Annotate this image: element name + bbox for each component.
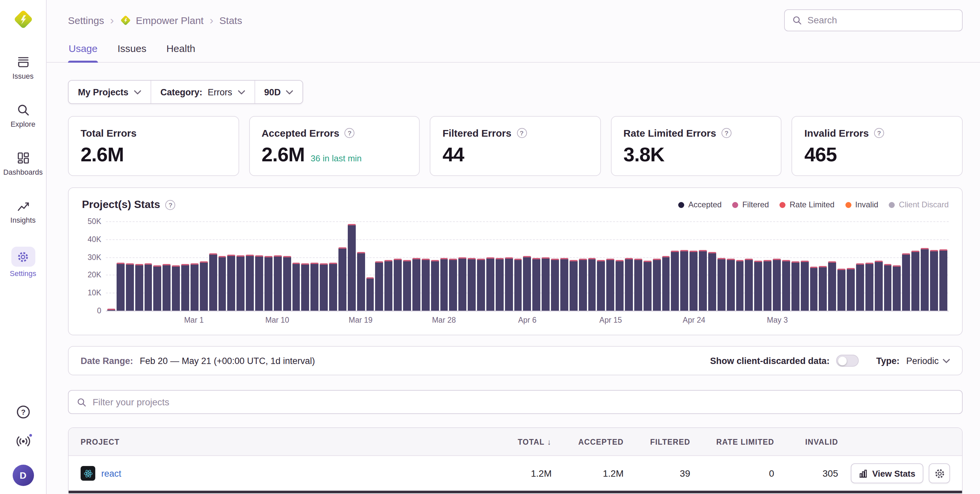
type-value: Periodic <box>906 356 939 366</box>
global-search[interactable] <box>784 9 963 31</box>
client-discard-toggle[interactable] <box>836 355 859 367</box>
chart-bar <box>782 260 790 311</box>
notification-dot <box>28 433 33 438</box>
org-logo[interactable] <box>12 8 34 31</box>
table-header-row: PROJECT TOTAL↓ ACCEPTED FILTERED RATE LI… <box>68 428 962 456</box>
help-info-icon[interactable]: ? <box>345 128 355 138</box>
chart-bar <box>754 261 762 311</box>
help-info-icon[interactable]: ? <box>722 128 732 138</box>
chart-bar <box>357 252 365 311</box>
chart-bar <box>385 260 393 311</box>
help-button[interactable]: ? <box>15 405 31 421</box>
chart-bar <box>301 263 309 311</box>
chart-bar <box>274 255 282 311</box>
grid-icon <box>16 151 30 165</box>
x-tick-label: Mar 10 <box>266 316 290 324</box>
chart-bars <box>107 222 947 311</box>
org-diamond-icon <box>12 9 33 30</box>
project-link[interactable]: react <box>101 469 121 478</box>
project-settings-button[interactable] <box>929 463 950 483</box>
user-avatar[interactable]: D <box>12 465 33 486</box>
chart-bar <box>829 262 837 311</box>
search-input[interactable] <box>807 15 955 25</box>
sidebar-bottom: ? D <box>12 405 33 489</box>
type-select[interactable]: Periodic <box>906 356 950 366</box>
x-tick-label: Apr 6 <box>518 316 537 324</box>
legend-item-rate-limited[interactable]: Rate Limited <box>780 200 834 209</box>
stat-card-value: 3.8K <box>624 143 665 166</box>
chart-bar <box>144 263 152 311</box>
help-info-icon[interactable]: ? <box>874 128 884 138</box>
chart-bar <box>181 265 189 311</box>
legend-item-accepted[interactable]: Accepted <box>678 200 722 209</box>
legend-label: Accepted <box>688 200 722 209</box>
chart-bar <box>856 263 864 311</box>
chart-bar <box>800 261 808 311</box>
gridline <box>106 311 949 311</box>
category-filter-button[interactable]: Category: Errors <box>151 81 255 104</box>
view-stats-button[interactable]: View Stats <box>851 463 923 483</box>
project-cell: react <box>81 466 482 481</box>
stat-card-title: Accepted Errors <box>261 127 339 139</box>
sidebar-item-settings[interactable]: Settings <box>0 247 46 277</box>
project-filter[interactable] <box>68 390 963 414</box>
chevron-down-icon <box>286 90 293 94</box>
y-tick-label: 50K <box>88 217 101 225</box>
whats-new-button[interactable] <box>15 434 31 450</box>
chart-y-axis: 50K40K30K20K10K0 <box>82 222 106 311</box>
search-icon <box>792 15 802 25</box>
projects-filter-button[interactable]: My Projects <box>68 81 151 104</box>
view-stats-label: View Stats <box>872 469 915 478</box>
chart-bar <box>930 250 938 311</box>
chart-bar <box>348 224 356 311</box>
chart-bar <box>791 262 799 311</box>
project-filter-input[interactable] <box>92 397 954 407</box>
sidebar-item-explore[interactable]: Explore <box>0 103 46 128</box>
legend-dot <box>678 202 684 208</box>
legend-item-client-discard[interactable]: Client Discard <box>889 200 949 209</box>
chart-bar <box>135 265 143 311</box>
sidebar-item-issues[interactable]: Issues <box>0 55 46 80</box>
sidebar-item-insights[interactable]: Insights <box>0 199 46 224</box>
chart-bar <box>681 250 689 311</box>
breadcrumb-organization[interactable]: Empower Plant <box>120 14 204 25</box>
chart-bar <box>884 265 892 311</box>
legend-item-filtered[interactable]: Filtered <box>732 200 769 209</box>
breadcrumb-settings[interactable]: Settings <box>68 14 104 25</box>
period-filter-button[interactable]: 90D <box>255 81 303 104</box>
chart-bar <box>477 259 485 311</box>
category-filter-label: Category: <box>161 87 202 97</box>
legend-item-invalid[interactable]: Invalid <box>845 200 878 209</box>
chart-bar <box>764 260 772 311</box>
tab-health[interactable]: Health <box>165 37 196 62</box>
gear-icon <box>934 468 945 479</box>
chart-bar <box>459 257 467 311</box>
breadcrumb: Settings › Empower Plant › Stats <box>68 14 242 25</box>
chart-bar <box>708 252 716 311</box>
gear-icon <box>11 247 35 267</box>
projects-stats-chart-card: Project(s) Stats ? Accepted Filtered Rat… <box>68 187 963 335</box>
chart-bar <box>107 309 115 311</box>
stat-card-value: 465 <box>805 143 837 166</box>
cell-accepted: 1.2M <box>552 468 624 479</box>
period-filter-value: 90D <box>264 87 281 97</box>
chart-bar <box>264 257 272 311</box>
chart-bar <box>292 262 300 311</box>
tab-usage[interactable]: Usage <box>68 37 98 62</box>
help-info-icon[interactable]: ? <box>517 128 527 138</box>
x-tick-label: Apr 24 <box>683 316 706 324</box>
tab-issues[interactable]: Issues <box>117 37 147 62</box>
y-tick-label: 10K <box>88 288 101 297</box>
column-header-total[interactable]: TOTAL↓ <box>518 437 552 446</box>
breadcrumb-stats[interactable]: Stats <box>220 14 242 25</box>
chart-bar <box>218 257 226 311</box>
legend-dot <box>889 202 895 208</box>
chart-bar <box>939 249 947 311</box>
y-tick-label: 40K <box>88 235 101 243</box>
sidebar-item-dashboards[interactable]: Dashboards <box>0 151 46 176</box>
chart-bar <box>468 258 476 311</box>
stat-card-rate-limited-errors: Rate Limited Errors ? 3.8K <box>611 116 782 176</box>
help-info-icon[interactable]: ? <box>165 200 175 210</box>
chart-bar <box>200 262 208 311</box>
line-chart-icon <box>16 199 30 214</box>
